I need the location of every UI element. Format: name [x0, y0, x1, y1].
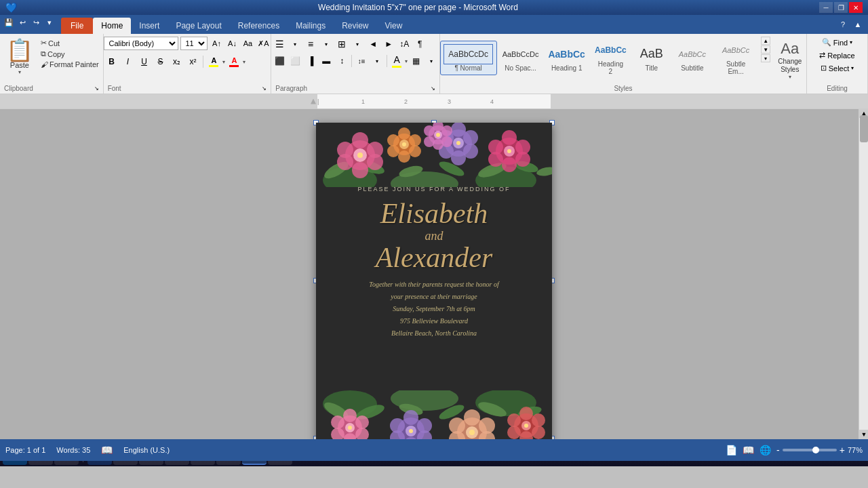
clear-formatting-button[interactable]: ✗A [256, 37, 270, 50]
save-quick-btn[interactable]: 💾 [3, 16, 15, 28]
style-heading2[interactable]: AaBbCc Heading 2 [591, 37, 631, 79]
tab-mailings[interactable]: Mailings [288, 18, 334, 34]
superscript-button[interactable]: x² [185, 54, 200, 69]
highlight-dropdown[interactable]: ▾ [222, 59, 225, 65]
strikethrough-button[interactable]: S [153, 54, 167, 69]
text-direction-button[interactable]: ↕ [334, 54, 349, 68]
underline-button[interactable]: U [136, 54, 151, 69]
language-status: English (U.S.) [123, 446, 170, 454]
shrink-font-button[interactable]: A↓ [225, 37, 239, 50]
close-button[interactable]: ✕ [849, 2, 863, 13]
restore-button[interactable]: ❐ [834, 2, 848, 13]
style-no-spacing[interactable]: AaBbCcDc No Spac... [498, 41, 543, 75]
change-styles-button[interactable]: Aa ChangeStyles ▾ [773, 37, 806, 83]
zoom-slider-thumb[interactable] [812, 447, 819, 453]
style-normal[interactable]: AaBbCcDc ¶ Normal [440, 41, 497, 75]
view-web-btn[interactable]: 🌐 [760, 445, 771, 455]
ruler-left-margin-indicator[interactable] [311, 99, 316, 104]
clipboard-expand-icon[interactable]: ↘ [94, 85, 99, 92]
minimize-button[interactable]: ─ [819, 2, 833, 13]
zoom-in-btn[interactable]: + [840, 445, 845, 455]
line-spacing-button[interactable]: ↕≡ [354, 54, 369, 68]
scroll-down-btn[interactable]: ▼ [859, 430, 868, 439]
line-spacing-dropdown[interactable]: ▾ [370, 54, 384, 68]
shading-button[interactable]: A [389, 54, 404, 68]
find-button[interactable]: 🔍 Find ▾ [819, 37, 855, 48]
editing-label[interactable]: Editing [827, 83, 848, 94]
italic-button[interactable]: I [120, 54, 135, 69]
align-center-button[interactable]: ⬜ [288, 54, 302, 68]
tab-review[interactable]: Review [334, 18, 376, 34]
sort-button[interactable]: ↕A [397, 37, 412, 52]
font-label[interactable]: Font [108, 83, 121, 94]
wedding-invitation-page: PLEASE JOIN US FOR A WEDDING OF Elisabet… [316, 123, 552, 452]
tab-home[interactable]: Home [93, 18, 131, 34]
bullets-dropdown[interactable]: ▾ [288, 37, 302, 52]
style-subtitle-label: Subtitle [681, 64, 703, 72]
align-right-button[interactable]: ▐ [303, 54, 318, 68]
font-expand-icon[interactable]: ↘ [262, 85, 267, 92]
highlight-color-button[interactable]: A [206, 54, 221, 69]
styles-scroll-down[interactable]: ▼ [761, 45, 770, 54]
font-color-dropdown[interactable]: ▾ [243, 59, 245, 65]
tab-insert[interactable]: Insert [131, 18, 167, 34]
tab-file[interactable]: File [61, 18, 93, 34]
redo-quick-btn[interactable]: ↪ [30, 16, 42, 28]
subscript-button[interactable]: x₂ [169, 54, 184, 69]
borders-dropdown[interactable]: ▾ [424, 54, 439, 68]
scroll-thumb[interactable] [860, 115, 868, 142]
svg-point-68 [331, 415, 344, 429]
tab-page-layout[interactable]: Page Layout [167, 18, 229, 34]
styles-more[interactable]: ▾ [761, 54, 770, 62]
copy-button[interactable]: ⧉ Copy [39, 49, 101, 59]
replace-button[interactable]: ⇄ Replace [816, 49, 857, 61]
paragraph-expand-icon[interactable]: ↘ [431, 85, 435, 92]
select-dropdown[interactable]: ▾ [851, 65, 854, 71]
svg-point-85 [464, 409, 480, 426]
font-color-button[interactable]: A [226, 54, 241, 69]
tab-references[interactable]: References [230, 18, 288, 34]
align-left-button[interactable]: ⬛ [272, 54, 287, 68]
style-heading1[interactable]: AaBbCc Heading 1 [544, 41, 589, 75]
styles-scroll-up[interactable]: ▲ [761, 37, 770, 45]
tab-view[interactable]: View [377, 18, 411, 34]
style-subtle-em[interactable]: AaBbCc Subtle Em... [713, 37, 758, 79]
multilevel-dropdown[interactable]: ▾ [350, 37, 365, 52]
paste-button[interactable]: 📋 Paste ▾ [2, 37, 37, 78]
format-painter-button[interactable]: 🖌 Format Painter [39, 60, 101, 69]
show-formatting-button[interactable]: ¶ [412, 37, 427, 52]
style-title[interactable]: AaB Title [632, 41, 671, 75]
change-case-button[interactable]: Aa [241, 37, 254, 50]
zoom-out-btn[interactable]: - [776, 445, 780, 455]
borders-button[interactable]: ▦ [408, 54, 423, 68]
view-reading-btn[interactable]: 📖 [743, 445, 754, 455]
justify-button[interactable]: ▬ [319, 54, 334, 68]
multilevel-button[interactable]: ⊞ [334, 37, 349, 52]
font-family-select[interactable]: Calibri (Body) [104, 37, 178, 50]
decrease-indent-button[interactable]: ◄ [366, 37, 380, 52]
find-dropdown[interactable]: ▾ [850, 39, 852, 45]
select-button[interactable]: ⊡ Select ▾ [818, 62, 857, 74]
zoom-slider[interactable] [783, 449, 837, 451]
cut-button[interactable]: ✂ Cut [39, 38, 101, 48]
bullets-button[interactable]: ☰ [272, 37, 287, 52]
style-subtitle[interactable]: AaBbCc Subtitle [673, 41, 712, 75]
undo-quick-btn[interactable]: ↩ [16, 16, 28, 28]
svg-point-19 [357, 152, 363, 158]
clipboard-label[interactable]: Clipboard [4, 83, 33, 94]
minimize-ribbon-btn[interactable]: ▲ [852, 18, 864, 30]
grow-font-button[interactable]: A↑ [210, 37, 223, 50]
help-btn[interactable]: ? [837, 18, 849, 30]
increase-indent-button[interactable]: ► [381, 37, 396, 52]
font-size-select[interactable]: 11 [180, 37, 208, 50]
view-normal-btn[interactable]: 📄 [726, 445, 737, 455]
shading-dropdown[interactable]: ▾ [405, 58, 408, 64]
numbering-dropdown[interactable]: ▾ [319, 37, 334, 52]
vertical-scrollbar[interactable]: ▲ ▼ [859, 108, 868, 439]
numbering-button[interactable]: ≡ [303, 37, 318, 52]
bold-button[interactable]: B [104, 54, 119, 69]
customize-quick-btn[interactable]: ▾ [43, 16, 56, 28]
paragraph-label[interactable]: Paragraph [275, 83, 307, 94]
svg-point-35 [451, 150, 466, 165]
styles-label[interactable]: Styles [614, 83, 632, 94]
